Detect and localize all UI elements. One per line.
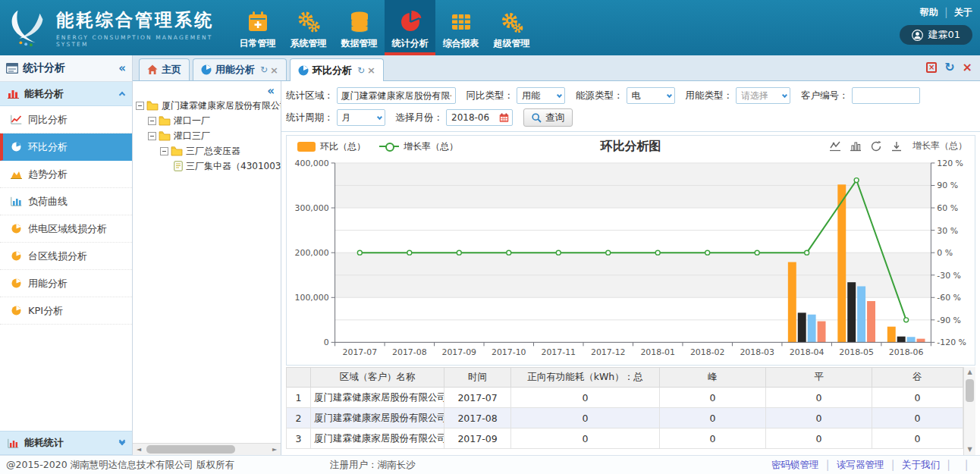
legend-item-huanbi[interactable]: 环比（总） <box>297 140 366 153</box>
nav-statistical-analysis[interactable]: 统计分析 <box>385 0 435 55</box>
tree-node-company[interactable]: 厦门建霖健康家居股份有限公司 <box>136 98 278 113</box>
period-select[interactable]: 月 <box>337 109 385 126</box>
tree-node-transformer[interactable]: 三厂总变压器 <box>136 143 278 159</box>
legend-swatch-line <box>379 146 399 147</box>
section-label: 能耗统计 <box>24 436 120 450</box>
scroll-right-icon[interactable]: ► <box>269 446 281 453</box>
table-row[interactable]: 3 厦门建霖健康家居股份有限公司 2017-09 0 0 0 0 <box>287 428 963 449</box>
table-row[interactable]: 2 厦门建霖健康家居股份有限公司 2017-08 0 0 0 0 <box>287 408 963 428</box>
tree-node-label: 三厂集中器（4301003 <box>186 160 281 173</box>
nav-super-management[interactable]: 超级管理 <box>486 0 537 55</box>
table-vertical-scrollbar[interactable]: ▲ ▼ <box>963 367 975 455</box>
tree-toggle-minus[interactable] <box>148 117 156 125</box>
chart-toolbar: 增长率（总） <box>829 140 967 152</box>
chart-legend: 环比（总） 增长率（总） <box>297 140 458 153</box>
scrollbar-thumb[interactable] <box>966 379 974 402</box>
help-link[interactable]: 帮助 <box>920 6 938 19</box>
svg-text:-90 %: -90 % <box>937 315 961 325</box>
sidebar-item-qushi[interactable]: 趋势分析 <box>0 161 132 188</box>
reader-management-link[interactable]: 读写器管理 <box>837 459 884 472</box>
nav-daily-management[interactable]: 日常管理 <box>232 0 283 55</box>
restore-icon[interactable] <box>870 140 882 152</box>
svg-text:0 %: 0 % <box>937 248 953 258</box>
pie-chart-icon <box>201 64 212 75</box>
scroll-up-icon[interactable]: ▲ <box>964 367 975 378</box>
scrollbar-thumb[interactable] <box>146 445 235 454</box>
calendar-icon <box>499 113 509 123</box>
about-us-link[interactable]: 关于我们 <box>902 459 940 472</box>
sidebar-item-label: 负荷曲线 <box>28 195 68 209</box>
query-button[interactable]: 查询 <box>523 108 573 127</box>
download-icon[interactable] <box>890 140 903 152</box>
close-tab-icon[interactable]: × <box>963 62 972 73</box>
tab-refresh-icon[interactable]: ↻ <box>260 64 268 75</box>
tree-node-plant3[interactable]: 灌口三厂 <box>136 128 278 143</box>
month-picker[interactable]: 2018-06 <box>446 109 513 126</box>
sidebar-item-yongneng[interactable]: 用能分析 <box>0 270 132 297</box>
tree-collapse-icon[interactable]: « <box>267 84 275 98</box>
sidebar-section-energy-statistics[interactable]: 能耗统计 <box>0 431 132 455</box>
line-chart-icon <box>11 115 22 124</box>
chart-plot[interactable]: 0100,000200,000300,000400,000-120 %-90 %… <box>287 157 975 365</box>
svg-text:2018-02: 2018-02 <box>690 347 725 357</box>
sidebar-item-huanbi[interactable]: 环比分析 <box>0 133 132 161</box>
password-lock-link[interactable]: 密码锁管理 <box>771 459 819 472</box>
tree-node-label: 厦门建霖健康家居股份有限公司 <box>162 99 281 112</box>
tab-refresh-icon[interactable]: ↻ <box>357 65 365 76</box>
sidebar-item-gongdian-xiansun[interactable]: 供电区域线损分析 <box>0 215 132 243</box>
app-header: 能耗综合管理系统 ENERGY CONSUMPTION MANAGEMENT S… <box>0 0 980 55</box>
sidebar-item-tongbi[interactable]: 同比分析 <box>0 106 132 133</box>
scroll-down-icon[interactable]: ▼ <box>964 444 975 455</box>
close-all-tabs-icon[interactable]: × <box>926 62 937 73</box>
tab-home[interactable]: 主页 <box>139 58 190 80</box>
tree-node-concentrator[interactable]: 三厂集中器（4301003 <box>136 159 278 174</box>
folder-icon <box>171 146 183 156</box>
nav-comprehensive-reports[interactable]: 综合报表 <box>435 0 486 55</box>
scroll-left-icon[interactable]: ◄ <box>133 446 145 453</box>
tab-huanbi-analysis[interactable]: 环比分析 ↻ × <box>290 58 384 81</box>
bar-chart-toggle-icon[interactable] <box>850 140 862 152</box>
main-nav: 日常管理 系统管理 数据管理 <box>232 0 537 55</box>
tab-close-icon[interactable]: × <box>367 64 375 76</box>
tree-node-plant1[interactable]: 灌口一厂 <box>136 113 278 128</box>
customer-no-input[interactable] <box>852 87 920 104</box>
nav-system-management[interactable]: 系统管理 <box>283 0 334 55</box>
about-link[interactable]: 关于 <box>954 6 972 19</box>
svg-text:2018-04: 2018-04 <box>790 347 825 357</box>
tree-horizontal-scrollbar[interactable]: ◄ ► <box>133 443 281 455</box>
sidebar-item-taiqu-xiansun[interactable]: 台区线损分析 <box>0 243 132 270</box>
table-row[interactable]: 1 厦门建霖健康家居股份有限公司 2017-07 0 0 0 0 <box>287 388 963 408</box>
tree-toggle-minus[interactable] <box>136 102 144 110</box>
line-chart-toggle-icon[interactable] <box>829 140 841 152</box>
usage-type-select[interactable]: 请选择 <box>736 87 790 104</box>
compare-type-select[interactable]: 用能 <box>517 87 565 104</box>
user-menu[interactable]: 建霖01 <box>900 25 972 45</box>
legend-item-growth[interactable]: 增长率（总） <box>379 140 458 153</box>
app-window: 能耗综合管理系统 ENERGY CONSUMPTION MANAGEMENT S… <box>0 0 980 474</box>
col-total-kwh: 正向有功能耗（kWh）：总 <box>511 368 660 388</box>
table-header-row: 区域（客户）名称 时间 正向有功能耗（kWh）：总 峰 平 谷 <box>287 368 963 388</box>
tab-close-icon[interactable]: × <box>270 64 278 76</box>
pie-chart-icon <box>298 65 309 76</box>
nav-label: 数据管理 <box>341 37 378 50</box>
svg-text:2018-01: 2018-01 <box>640 347 675 357</box>
energy-type-select[interactable]: 电 <box>627 87 675 104</box>
area-chart-icon <box>11 169 22 179</box>
svg-text:-60 %: -60 % <box>937 293 961 303</box>
refresh-tab-icon[interactable]: ↻ <box>944 62 954 73</box>
sidebar-item-label: 供电区域线损分析 <box>28 222 107 236</box>
nav-data-management[interactable]: 数据管理 <box>334 0 385 55</box>
tree-toggle-minus[interactable] <box>160 147 168 155</box>
region-input[interactable] <box>337 87 456 104</box>
sidebar-section-energy-analysis[interactable]: 能耗分析 <box>0 82 132 106</box>
org-tree: 厦门建霖健康家居股份有限公司 灌口一厂 灌口三厂 <box>136 98 278 174</box>
tab-yongneng-analysis[interactable]: 用能分析 ↻ × <box>193 58 287 80</box>
sidebar-item-kpi[interactable]: KPI分析 <box>0 297 132 325</box>
sidebar-collapse-icon[interactable]: « <box>118 61 126 75</box>
tree-toggle-minus[interactable] <box>148 132 156 140</box>
sidebar-item-fuhe[interactable]: 负荷曲线 <box>0 188 132 215</box>
svg-text:2018-05: 2018-05 <box>839 347 874 357</box>
app-subtitle: ENERGY CONSUMPTION MANAGEMENT SYSTEM <box>56 34 228 48</box>
section-label: 能耗分析 <box>24 87 120 101</box>
tree-node-label: 灌口三厂 <box>174 130 210 143</box>
